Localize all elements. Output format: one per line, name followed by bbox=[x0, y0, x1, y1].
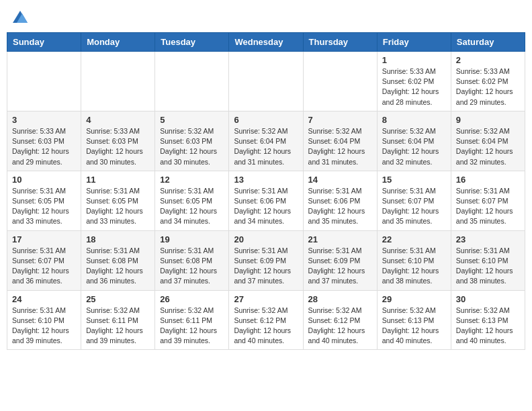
calendar-day-30: 30Sunrise: 5:32 AMSunset: 6:13 PMDayligh… bbox=[451, 290, 525, 350]
calendar-day-8: 8Sunrise: 5:32 AMSunset: 6:04 PMDaylight… bbox=[377, 111, 451, 171]
day-info: Sunrise: 5:33 AMSunset: 6:02 PMDaylight:… bbox=[456, 66, 520, 107]
day-number: 3 bbox=[12, 115, 76, 125]
day-info: Sunrise: 5:31 AMSunset: 6:06 PMDaylight:… bbox=[308, 186, 372, 227]
day-number: 23 bbox=[456, 234, 520, 244]
day-info: Sunrise: 5:32 AMSunset: 6:13 PMDaylight:… bbox=[382, 306, 446, 347]
logo bbox=[12, 11, 28, 23]
day-number: 7 bbox=[308, 115, 372, 125]
calendar-day-25: 25Sunrise: 5:32 AMSunset: 6:11 PMDayligh… bbox=[81, 290, 155, 350]
day-info: Sunrise: 5:32 AMSunset: 6:11 PMDaylight:… bbox=[86, 306, 150, 347]
calendar-day-21: 21Sunrise: 5:31 AMSunset: 6:09 PMDayligh… bbox=[303, 230, 377, 290]
empty-cell bbox=[229, 52, 303, 111]
calendar-header-row: SundayMondayTuesdayWednesdayThursdayFrid… bbox=[7, 33, 525, 52]
calendar-day-5: 5Sunrise: 5:32 AMSunset: 6:03 PMDaylight… bbox=[155, 111, 229, 171]
day-info: Sunrise: 5:31 AMSunset: 6:08 PMDaylight:… bbox=[86, 246, 150, 287]
day-number: 20 bbox=[234, 234, 298, 244]
calendar-day-27: 27Sunrise: 5:32 AMSunset: 6:12 PMDayligh… bbox=[229, 290, 303, 350]
day-info: Sunrise: 5:31 AMSunset: 6:06 PMDaylight:… bbox=[234, 186, 298, 227]
calendar-day-11: 11Sunrise: 5:31 AMSunset: 6:05 PMDayligh… bbox=[81, 171, 155, 230]
day-header-monday: Monday bbox=[81, 33, 155, 52]
calendar-week-1: 1Sunrise: 5:33 AMSunset: 6:02 PMDaylight… bbox=[7, 52, 525, 111]
day-number: 12 bbox=[160, 175, 224, 185]
day-header-sunday: Sunday bbox=[7, 33, 81, 52]
calendar-day-1: 1Sunrise: 5:33 AMSunset: 6:02 PMDaylight… bbox=[377, 52, 451, 111]
calendar-day-26: 26Sunrise: 5:32 AMSunset: 6:11 PMDayligh… bbox=[155, 290, 229, 350]
day-info: Sunrise: 5:32 AMSunset: 6:12 PMDaylight:… bbox=[308, 306, 372, 347]
calendar-day-10: 10Sunrise: 5:31 AMSunset: 6:05 PMDayligh… bbox=[7, 171, 81, 230]
day-info: Sunrise: 5:31 AMSunset: 6:09 PMDaylight:… bbox=[308, 246, 372, 287]
day-info: Sunrise: 5:33 AMSunset: 6:02 PMDaylight:… bbox=[382, 66, 446, 107]
day-number: 30 bbox=[456, 294, 520, 304]
day-info: Sunrise: 5:31 AMSunset: 6:05 PMDaylight:… bbox=[86, 186, 150, 227]
day-info: Sunrise: 5:31 AMSunset: 6:10 PMDaylight:… bbox=[382, 246, 446, 287]
day-info: Sunrise: 5:33 AMSunset: 6:03 PMDaylight:… bbox=[12, 126, 76, 167]
calendar-table: SundayMondayTuesdayWednesdayThursdayFrid… bbox=[7, 32, 525, 350]
calendar-day-24: 24Sunrise: 5:31 AMSunset: 6:10 PMDayligh… bbox=[7, 290, 81, 350]
day-info: Sunrise: 5:31 AMSunset: 6:09 PMDaylight:… bbox=[234, 246, 298, 287]
empty-cell bbox=[155, 52, 229, 111]
day-info: Sunrise: 5:31 AMSunset: 6:07 PMDaylight:… bbox=[456, 186, 520, 227]
calendar-day-22: 22Sunrise: 5:31 AMSunset: 6:10 PMDayligh… bbox=[377, 230, 451, 290]
day-info: Sunrise: 5:31 AMSunset: 6:05 PMDaylight:… bbox=[12, 186, 76, 227]
day-header-thursday: Thursday bbox=[303, 33, 377, 52]
calendar-day-15: 15Sunrise: 5:31 AMSunset: 6:07 PMDayligh… bbox=[377, 171, 451, 230]
logo-icon bbox=[13, 11, 28, 23]
day-number: 1 bbox=[382, 55, 446, 65]
day-number: 2 bbox=[456, 55, 520, 65]
calendar-day-6: 6Sunrise: 5:32 AMSunset: 6:04 PMDaylight… bbox=[229, 111, 303, 171]
calendar-week-5: 24Sunrise: 5:31 AMSunset: 6:10 PMDayligh… bbox=[7, 290, 525, 350]
day-header-wednesday: Wednesday bbox=[229, 33, 303, 52]
calendar-day-23: 23Sunrise: 5:31 AMSunset: 6:10 PMDayligh… bbox=[451, 230, 525, 290]
day-info: Sunrise: 5:31 AMSunset: 6:07 PMDaylight:… bbox=[12, 246, 76, 287]
day-header-saturday: Saturday bbox=[451, 33, 525, 52]
calendar-day-13: 13Sunrise: 5:31 AMSunset: 6:06 PMDayligh… bbox=[229, 171, 303, 230]
day-number: 4 bbox=[86, 115, 150, 125]
calendar-day-19: 19Sunrise: 5:31 AMSunset: 6:08 PMDayligh… bbox=[155, 230, 229, 290]
day-header-tuesday: Tuesday bbox=[155, 33, 229, 52]
day-number: 29 bbox=[382, 294, 446, 304]
day-number: 16 bbox=[456, 175, 520, 185]
day-number: 9 bbox=[456, 115, 520, 125]
calendar-week-4: 17Sunrise: 5:31 AMSunset: 6:07 PMDayligh… bbox=[7, 230, 525, 290]
day-number: 22 bbox=[382, 234, 446, 244]
empty-cell bbox=[7, 52, 81, 111]
day-info: Sunrise: 5:31 AMSunset: 6:08 PMDaylight:… bbox=[160, 246, 224, 287]
day-header-friday: Friday bbox=[377, 33, 451, 52]
calendar-week-2: 3Sunrise: 5:33 AMSunset: 6:03 PMDaylight… bbox=[7, 111, 525, 171]
day-number: 19 bbox=[160, 234, 224, 244]
calendar-day-16: 16Sunrise: 5:31 AMSunset: 6:07 PMDayligh… bbox=[451, 171, 525, 230]
calendar-day-17: 17Sunrise: 5:31 AMSunset: 6:07 PMDayligh… bbox=[7, 230, 81, 290]
calendar-day-2: 2Sunrise: 5:33 AMSunset: 6:02 PMDaylight… bbox=[451, 52, 525, 111]
day-number: 25 bbox=[86, 294, 150, 304]
day-info: Sunrise: 5:33 AMSunset: 6:03 PMDaylight:… bbox=[86, 126, 150, 167]
calendar-day-9: 9Sunrise: 5:32 AMSunset: 6:04 PMDaylight… bbox=[451, 111, 525, 171]
day-info: Sunrise: 5:32 AMSunset: 6:11 PMDaylight:… bbox=[160, 306, 224, 347]
empty-cell bbox=[81, 52, 155, 111]
day-info: Sunrise: 5:31 AMSunset: 6:10 PMDaylight:… bbox=[12, 306, 76, 347]
calendar-day-28: 28Sunrise: 5:32 AMSunset: 6:12 PMDayligh… bbox=[303, 290, 377, 350]
day-info: Sunrise: 5:31 AMSunset: 6:05 PMDaylight:… bbox=[160, 186, 224, 227]
calendar-day-18: 18Sunrise: 5:31 AMSunset: 6:08 PMDayligh… bbox=[81, 230, 155, 290]
day-number: 24 bbox=[12, 294, 76, 304]
day-number: 14 bbox=[308, 175, 372, 185]
day-info: Sunrise: 5:32 AMSunset: 6:04 PMDaylight:… bbox=[234, 126, 298, 167]
day-info: Sunrise: 5:32 AMSunset: 6:04 PMDaylight:… bbox=[382, 126, 446, 167]
day-number: 5 bbox=[160, 115, 224, 125]
empty-cell bbox=[303, 52, 377, 111]
day-number: 17 bbox=[12, 234, 76, 244]
day-info: Sunrise: 5:32 AMSunset: 6:12 PMDaylight:… bbox=[234, 306, 298, 347]
day-info: Sunrise: 5:31 AMSunset: 6:10 PMDaylight:… bbox=[456, 246, 520, 287]
day-number: 15 bbox=[382, 175, 446, 185]
day-number: 26 bbox=[160, 294, 224, 304]
day-info: Sunrise: 5:32 AMSunset: 6:04 PMDaylight:… bbox=[308, 126, 372, 167]
calendar-day-12: 12Sunrise: 5:31 AMSunset: 6:05 PMDayligh… bbox=[155, 171, 229, 230]
day-number: 8 bbox=[382, 115, 446, 125]
calendar-day-3: 3Sunrise: 5:33 AMSunset: 6:03 PMDaylight… bbox=[7, 111, 81, 171]
page-header bbox=[7, 7, 525, 27]
day-number: 10 bbox=[12, 175, 76, 185]
calendar-day-20: 20Sunrise: 5:31 AMSunset: 6:09 PMDayligh… bbox=[229, 230, 303, 290]
day-number: 28 bbox=[308, 294, 372, 304]
calendar-day-14: 14Sunrise: 5:31 AMSunset: 6:06 PMDayligh… bbox=[303, 171, 377, 230]
day-info: Sunrise: 5:32 AMSunset: 6:13 PMDaylight:… bbox=[456, 306, 520, 347]
calendar-day-29: 29Sunrise: 5:32 AMSunset: 6:13 PMDayligh… bbox=[377, 290, 451, 350]
